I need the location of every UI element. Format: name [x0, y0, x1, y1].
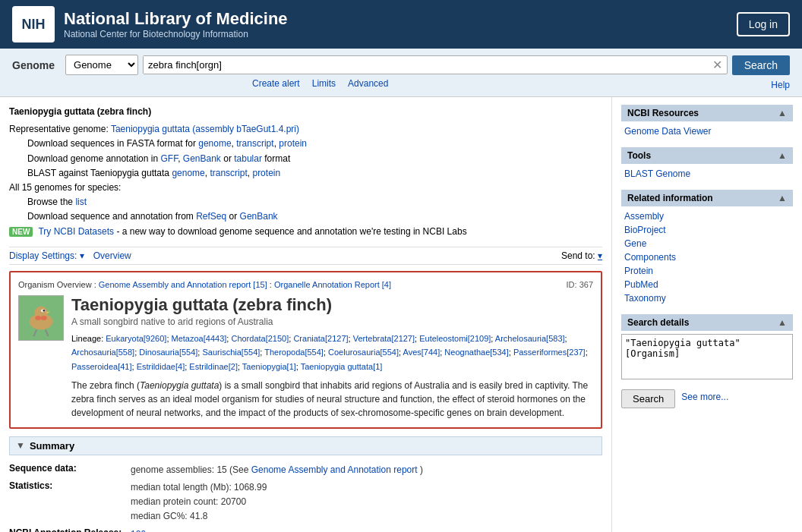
- lineage-theropoda[interactable]: Theropoda[554]: [264, 348, 324, 357]
- lineage-estrildinae[interactable]: Estrildinae[2]: [189, 362, 238, 371]
- lineage-vertebrata[interactable]: Vertebrata[2127]: [353, 334, 415, 343]
- related-pubmed-link[interactable]: PubMed: [621, 278, 793, 291]
- tools-section: Tools ▲ BLAST Genome: [621, 147, 793, 181]
- limits-link[interactable]: Limits: [312, 78, 336, 89]
- db-select[interactable]: Genome PubMed Nucleotide Protein Gene As…: [65, 55, 138, 75]
- datasets-desc: - a new way to download genome sequence …: [116, 226, 466, 237]
- related-components-link[interactable]: Components: [621, 250, 793, 264]
- ncbi-resources-title: NCBI Resources: [627, 108, 699, 118]
- lineage-euteleostomi[interactable]: Euteleostomi[2109]: [419, 334, 491, 343]
- genome-data-viewer-link[interactable]: Genome Data Viewer: [621, 124, 793, 138]
- all-genomes-text: All 15 genomes for species:: [9, 182, 121, 193]
- related-taxonomy-link[interactable]: Taxonomy: [621, 291, 793, 305]
- genbank-link[interactable]: GenBank: [183, 153, 221, 164]
- annotation-release-link[interactable]: 106: [131, 529, 146, 533]
- search-details-collapse[interactable]: ▲: [778, 317, 787, 328]
- list-link[interactable]: list: [75, 197, 87, 207]
- lineage-archelosauria[interactable]: Archelosauria[583]: [495, 334, 565, 343]
- ncbi-resources-collapse[interactable]: ▲: [778, 108, 787, 118]
- organelle-link[interactable]: Organelle Annotation Report [4]: [274, 280, 391, 289]
- related-protein-link[interactable]: Protein: [621, 264, 793, 278]
- related-collapse[interactable]: ▲: [778, 193, 787, 203]
- lineage-coelurosauria[interactable]: Coelurosauria[554]: [328, 348, 399, 357]
- datasets-link[interactable]: Try NCBI Datasets: [38, 226, 114, 237]
- header-title: National Library of Medicine National Ce…: [64, 9, 288, 39]
- card-subtitle: A small songbird native to arid regions …: [71, 316, 593, 327]
- advanced-link[interactable]: Advanced: [348, 78, 388, 89]
- tools-header: Tools ▲: [621, 147, 793, 164]
- lineage-chordata[interactable]: Chordata[2150]: [231, 334, 289, 343]
- lineage-aves[interactable]: Aves[744]: [403, 348, 440, 357]
- create-alert-link[interactable]: Create alert: [252, 78, 300, 89]
- ncbi-annotation-label: NCBI Annotation Release:: [9, 527, 131, 533]
- searchbar: Genome Genome PubMed Nucleotide Protein …: [0, 49, 802, 97]
- related-gene-link[interactable]: Gene: [621, 237, 793, 250]
- help-link[interactable]: Help: [771, 80, 790, 90]
- tools-collapse[interactable]: ▲: [778, 150, 787, 161]
- refseq-link[interactable]: RefSeq: [196, 211, 226, 222]
- lineage-dinosauria[interactable]: Dinosauria[554]: [139, 348, 197, 357]
- seq-data-value: genome assemblies: 15 (See Genome Assemb…: [131, 463, 423, 477]
- stats-row: Statistics: median total length (Mb): 10…: [9, 480, 602, 524]
- tools-title: Tools: [627, 150, 651, 161]
- related-title: Related information: [627, 193, 713, 203]
- display-bar: Display Settings: ▾ Overview Send to: ▾: [9, 247, 602, 265]
- lineage-neognathae[interactable]: Neognathae[534]: [444, 348, 508, 357]
- summary-section: ▼ Summary Sequence data: genome assembli…: [9, 436, 602, 532]
- blast-genome-link[interactable]: BLAST Genome: [621, 167, 793, 181]
- blast-label: BLAST against Taeniopygia guttata: [27, 168, 169, 178]
- see-more-link[interactable]: See more...: [681, 392, 728, 402]
- genome-assembly-report-link[interactable]: Genome Assembly and Annotation report: [251, 464, 418, 475]
- ncbi-annotation-value: 106: [131, 527, 146, 533]
- sidebar-search-button[interactable]: Search: [621, 389, 675, 408]
- blast-genome-link[interactable]: genome: [172, 168, 204, 178]
- new-badge: NEW: [9, 227, 33, 237]
- search-input[interactable]: [144, 56, 708, 74]
- or2-text: or: [229, 211, 238, 222]
- blast-transcript-link[interactable]: transcript: [210, 168, 247, 178]
- related-bioproject-link[interactable]: BioProject: [621, 223, 793, 237]
- genome-link[interactable]: genome: [198, 138, 231, 149]
- blast-protein-link[interactable]: protein: [252, 168, 280, 178]
- format-text: format: [264, 153, 290, 164]
- transcript-link[interactable]: transcript: [236, 138, 273, 149]
- lineage-metazoa[interactable]: Metazoa[4443]: [172, 334, 227, 343]
- lineage-passeriformes[interactable]: Passeriformes[237]: [513, 348, 586, 357]
- svg-point-8: [35, 316, 41, 320]
- login-button[interactable]: Log in: [737, 12, 790, 36]
- genome-assembly-link[interactable]: Genome Assembly and Annotation report [1…: [99, 280, 267, 289]
- genbank2-link[interactable]: GenBank: [240, 211, 278, 222]
- card-lineage: Lineage: Eukaryota[9260]; Metazoa[4443];…: [71, 332, 593, 374]
- lineage-estrildidae[interactable]: Estrildidae[4]: [137, 362, 185, 371]
- related-header: Related information ▲: [621, 190, 793, 206]
- lineage-craniata[interactable]: Craniata[2127]: [293, 334, 348, 343]
- organism-label: Taeniopygia guttata (zebra finch): [9, 105, 602, 119]
- card-nav: Organism Overview : Genome Assembly and …: [18, 280, 391, 289]
- searchbar-links: Create alert Limits Advanced: [131, 78, 388, 89]
- tabular-link[interactable]: tabular: [234, 153, 262, 164]
- gff-link[interactable]: GFF: [160, 153, 178, 164]
- search-details-textarea[interactable]: "Taeniopygia guttata"[Organism]: [621, 334, 793, 379]
- search-button[interactable]: Search: [732, 55, 790, 75]
- summary-header[interactable]: ▼ Summary: [9, 436, 602, 455]
- content: Taeniopygia guttata (zebra finch) Repres…: [0, 97, 612, 532]
- lineage-saurischia[interactable]: Saurischia[554]: [202, 348, 260, 357]
- protein-link[interactable]: protein: [279, 138, 307, 149]
- rep-genome-link[interactable]: Taeniopygia guttata (assembly bTaeGut1.4…: [111, 124, 299, 134]
- card-body: Taeniopygia guttata (zebra finch) A smal…: [18, 295, 593, 420]
- lineage-eukaryota[interactable]: Eukaryota[9260]: [106, 334, 166, 343]
- related-assembly-link[interactable]: Assembly: [621, 209, 793, 223]
- dl-fasta-row: Download sequences in FASTA format for g…: [9, 137, 602, 151]
- browse-list-row: Browse the list: [9, 195, 602, 209]
- lineage-taeniopygia-guttata[interactable]: Taeniopygia guttata[1]: [301, 362, 383, 371]
- lineage-taeniopygia[interactable]: Taeniopygia[1]: [242, 362, 296, 371]
- card-info: Taeniopygia guttata (zebra finch) A smal…: [71, 295, 593, 420]
- lineage-archosauria[interactable]: Archosauria[558]: [71, 348, 134, 357]
- lineage-passeroidea[interactable]: Passeroidea[41]: [71, 362, 132, 371]
- overview-link[interactable]: Overview: [93, 250, 131, 261]
- send-to-button[interactable]: ▾: [598, 250, 602, 261]
- card-description: The zebra finch (Taeniopygia guttata) is…: [71, 379, 593, 420]
- summary-content: Sequence data: genome assemblies: 15 (Se…: [9, 460, 602, 532]
- display-settings-button[interactable]: Display Settings: ▾: [9, 250, 84, 261]
- clear-button[interactable]: ✕: [708, 56, 727, 74]
